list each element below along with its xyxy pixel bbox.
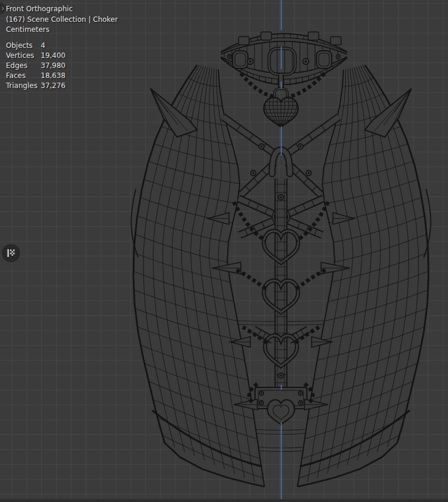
stat-label: Faces <box>6 72 41 80</box>
stat-value: 19,400 <box>41 52 118 60</box>
stat-value: 18,638 <box>41 72 118 80</box>
active-collection-label: (167) Scene Collection | Choker <box>6 15 118 25</box>
select-box-tool-icon <box>6 249 15 257</box>
scene-statistics: Objects 4 Vertices 19,400 Edges 37,980 F… <box>6 42 118 90</box>
stat-value: 37,980 <box>41 62 118 70</box>
stat-label: Objects <box>6 42 41 50</box>
3d-viewport[interactable]: Front Orthographic (167) Scene Collectio… <box>0 0 448 502</box>
units-label: Centimeters <box>6 25 118 35</box>
stat-label: Triangles <box>6 82 41 90</box>
chevron-right-icon: › <box>2 4 5 12</box>
viewport-bottom-edge <box>0 499 448 502</box>
stat-label: Edges <box>6 62 41 70</box>
stat-value: 37,276 <box>41 82 118 90</box>
stat-label: Vertices <box>6 52 41 60</box>
active-tool-button[interactable] <box>2 245 19 262</box>
stat-value: 4 <box>41 42 118 50</box>
viewport-overlay-text: Front Orthographic (167) Scene Collectio… <box>6 4 118 90</box>
view-name-label: Front Orthographic <box>6 4 118 15</box>
